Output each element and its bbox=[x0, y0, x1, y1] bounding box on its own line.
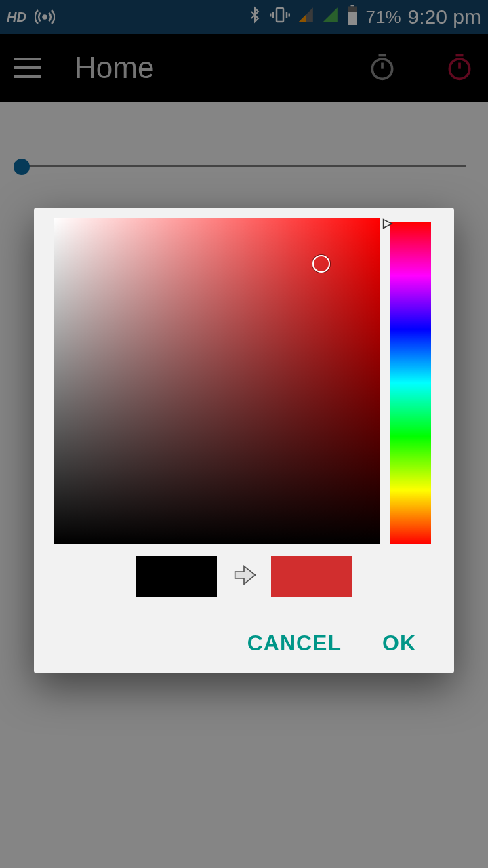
modal-overlay: CANCEL OK bbox=[0, 0, 488, 868]
arrow-right-icon bbox=[230, 561, 258, 591]
ok-button[interactable]: OK bbox=[382, 631, 416, 656]
saturation-value-panel[interactable] bbox=[54, 218, 380, 544]
sv-handle[interactable] bbox=[312, 255, 330, 273]
new-color-swatch bbox=[271, 556, 352, 597]
hue-slider[interactable] bbox=[390, 222, 431, 544]
color-picker-dialog: CANCEL OK bbox=[34, 208, 454, 673]
main-content: CANCEL OK bbox=[0, 102, 488, 868]
swatch-row bbox=[54, 556, 434, 597]
old-color-swatch bbox=[136, 556, 217, 597]
hue-handle[interactable] bbox=[382, 218, 393, 232]
cancel-button[interactable]: CANCEL bbox=[247, 631, 342, 656]
